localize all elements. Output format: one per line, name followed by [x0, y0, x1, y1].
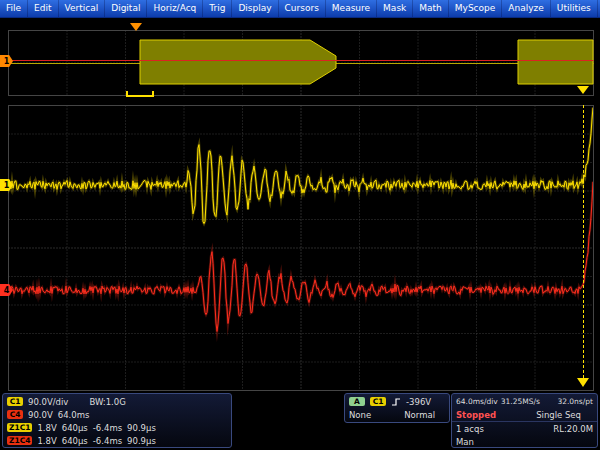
- trigger-mode: Normal: [404, 410, 435, 420]
- record-length: RL:20.0M: [553, 424, 593, 434]
- zoom1-ch1-width: 90.9µs: [127, 423, 156, 433]
- trigger-position-marker[interactable]: [130, 23, 142, 31]
- trigger-source-badge[interactable]: C1: [370, 397, 386, 407]
- zoom1-ch4-hscale: 640µs: [62, 436, 88, 446]
- zoom1-ch4-vscale: 1.8V: [37, 436, 56, 446]
- zoom1-ch1-row: Z1C1 1.8V 640µs -6.4ms 90.9µs: [3, 421, 231, 434]
- zoom1-ch4-badge[interactable]: Z1C4: [7, 436, 32, 446]
- menu-trig[interactable]: Trig: [203, 0, 232, 17]
- acq-count-row: 1 acqs RL:20.0M: [452, 421, 597, 435]
- menu-edit[interactable]: Edit: [28, 0, 58, 17]
- trigger-holdoff: None: [349, 410, 371, 420]
- menu-file[interactable]: File: [0, 0, 28, 17]
- zoom1-ch1-vscale: 1.8V: [37, 423, 56, 433]
- trig-mode-row: Man: [452, 435, 597, 448]
- menu-display[interactable]: Display: [232, 0, 278, 17]
- menu-analyze[interactable]: Analyze: [502, 0, 550, 17]
- menu-vertical[interactable]: Vertical: [59, 0, 106, 17]
- zoom1-ch4-width: 90.9µs: [127, 436, 156, 446]
- acq-status-row: Stopped Single Seq: [452, 408, 597, 421]
- trigger-seq-badge[interactable]: A: [349, 397, 365, 407]
- horizontal-scale-row: 64.0ms/div 31.25MS/s 32.0ns/pt: [452, 395, 597, 408]
- menu-horiz-acq[interactable]: Horiz/Acq: [147, 0, 203, 17]
- sample-resolution: 32.0ns/pt: [557, 397, 593, 406]
- zoom-marker-arrow-top[interactable]: [577, 86, 589, 94]
- ch4-position: 64.0ms: [58, 410, 90, 420]
- menu-utilities[interactable]: Utilities: [551, 0, 598, 17]
- menu-cursors[interactable]: Cursors: [279, 0, 326, 17]
- trigger-mode-row: None Normal: [345, 408, 449, 421]
- acq-status: Stopped: [456, 410, 496, 420]
- zoom-marker-line[interactable]: [583, 105, 584, 378]
- zoom1-ch4-row: Z1C4 1.8V 640µs -6.4ms 90.9µs: [3, 434, 231, 447]
- menu-measure[interactable]: Measure: [326, 0, 377, 17]
- ch1-bandwidth: BW:1.0G: [89, 397, 125, 407]
- ch4-badge[interactable]: C4: [7, 410, 23, 420]
- manual-trigger-label: Man: [456, 437, 474, 447]
- zoom1-ch4-delay: -6.4ms: [93, 436, 122, 446]
- zoom1-ch1-delay: -6.4ms: [93, 423, 122, 433]
- ch1-badge[interactable]: C1: [7, 397, 23, 407]
- sample-rate: 31.25MS/s: [501, 397, 540, 406]
- trigger-row: A C1 -396V: [345, 395, 449, 408]
- vertical-readout-panel: C1 90.0V/div BW:1.0G C4 90.0V 64.0ms Z1C…: [2, 393, 232, 448]
- trigger-readout-panel: A C1 -396V None Normal: [344, 393, 450, 423]
- ch4-scale: 90.0V: [28, 410, 53, 420]
- readout-bar: C1 90.0V/div BW:1.0G C4 90.0V 64.0ms Z1C…: [0, 392, 600, 450]
- horizontal-scale: 64.0ms/div: [456, 397, 498, 406]
- ch1-scale: 90.0V/div: [28, 397, 68, 407]
- menu-myscope[interactable]: MyScope: [449, 0, 503, 17]
- waveform-display: [0, 0, 600, 450]
- menu-bar: File Edit Vertical Digital Horiz/Acq Tri…: [0, 0, 600, 18]
- ch1-scale-row: C1 90.0V/div BW:1.0G: [3, 395, 231, 408]
- acq-mode: Single Seq: [536, 410, 581, 420]
- ch4-scale-row: C4 90.0V 64.0ms: [3, 408, 231, 421]
- menu-math[interactable]: Math: [413, 0, 449, 17]
- zoom-region-bracket[interactable]: [126, 91, 154, 97]
- zoom1-ch1-badge[interactable]: Z1C1: [7, 423, 32, 433]
- horizontal-readout-panel: 64.0ms/div 31.25MS/s 32.0ns/pt Stopped S…: [451, 393, 598, 448]
- menu-digital[interactable]: Digital: [105, 0, 147, 17]
- trigger-level: -396V: [406, 397, 431, 407]
- menu-mask[interactable]: Mask: [377, 0, 413, 17]
- zoom-marker-arrow-bottom[interactable]: [577, 378, 589, 387]
- acq-count: 1 acqs: [456, 424, 484, 434]
- zoom1-ch1-hscale: 640µs: [62, 423, 88, 433]
- trigger-slope-icon: [391, 397, 401, 407]
